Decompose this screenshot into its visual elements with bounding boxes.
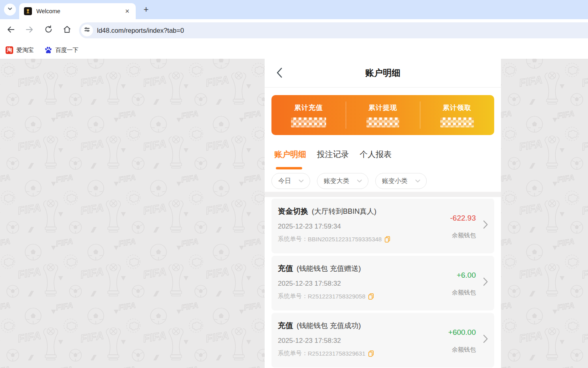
summary-total-claimed: 累计领取 — [420, 95, 494, 135]
back-button[interactable] — [6, 25, 16, 36]
forward-button[interactable] — [24, 25, 35, 36]
record-card[interactable]: 充值 (钱能钱包 充值赠送) 2025-12-23 17:58:32 系统单号：… — [271, 256, 494, 310]
masked-value — [440, 117, 474, 127]
copy-button[interactable] — [368, 350, 374, 357]
home-button[interactable] — [62, 25, 72, 36]
bookmark-label: 爱淘宝 — [16, 46, 34, 54]
record-datetime: 2025-12-23 17:59:34 — [278, 223, 494, 231]
chevron-right-icon — [483, 334, 488, 345]
filter-label: 账变大类 — [324, 177, 349, 185]
trophy-crest-icon — [24, 7, 32, 15]
chevron-down-icon — [357, 179, 362, 183]
record-datetime: 2025-12-23 17:58:32 — [278, 337, 494, 345]
browser-toolbar: ld48.com/reports/index?tab=0 — [0, 19, 588, 41]
chevron-down-icon — [415, 179, 420, 183]
back-button-page[interactable] — [276, 67, 284, 78]
tab-search-button[interactable] — [4, 4, 16, 16]
filter-label: 账变小类 — [382, 177, 408, 185]
chevron-down-icon — [7, 6, 13, 13]
tab-personal-report[interactable]: 个人报表 — [360, 149, 392, 160]
chevron-down-icon — [299, 179, 304, 183]
record-amount: -622.93 — [450, 214, 476, 223]
arrow-right-icon — [25, 25, 34, 36]
url-text: ld48.com/reports/index?tab=0 — [97, 27, 184, 34]
bookmark-taobao[interactable]: 淘 爱淘宝 — [6, 46, 34, 54]
taobao-icon: 淘 — [6, 46, 13, 54]
tab-close-button[interactable]: × — [123, 7, 131, 16]
browser-window: Welcome × + — [0, 0, 588, 368]
record-type: 充值 — [278, 263, 293, 274]
chevron-right-icon — [483, 277, 488, 288]
order-label: 系统单号： — [278, 350, 308, 357]
arrow-left-icon — [6, 25, 16, 36]
browser-tabstrip: Welcome × + — [0, 0, 588, 19]
section-tabs: 账户明细 投注记录 个人报表 — [265, 135, 501, 160]
filter-date-dropdown[interactable]: 今日 — [271, 173, 310, 189]
account-details-panel: 账户明细 累计充值 累计提现 累计领取 账户明细 投注记录 — [265, 59, 501, 368]
record-list: 资金切换 (大厅转到BBIN真人) 2025-12-23 17:59:34 系统… — [265, 197, 501, 368]
record-type: 资金切换 — [278, 206, 308, 217]
browser-tab[interactable]: Welcome × — [19, 3, 136, 19]
copy-button[interactable] — [368, 293, 374, 300]
record-subtitle: (大厅转到BBIN真人) — [312, 207, 376, 216]
record-amount: +6.00 — [457, 271, 476, 280]
summary-card: 累计充值 累计提现 累计领取 — [271, 95, 494, 135]
record-amount: +600.00 — [448, 328, 476, 337]
section-divider — [265, 192, 501, 197]
record-type: 充值 — [278, 320, 293, 331]
record-subtitle: (钱能钱包 充值赠送) — [297, 264, 361, 273]
record-wallet: 余额钱包 — [452, 289, 476, 296]
tab-account-details[interactable]: 账户明细 — [274, 149, 306, 160]
panel-header: 账户明细 — [265, 59, 501, 88]
summary-label: 累计充值 — [294, 103, 323, 112]
record-card[interactable]: 资金切换 (大厅转到BBIN真人) 2025-12-23 17:59:34 系统… — [271, 199, 494, 253]
summary-label: 累计提现 — [368, 103, 397, 112]
bookmark-label: 百度一下 — [55, 46, 79, 54]
order-number: R2512231758329058 — [308, 293, 365, 300]
record-subtitle: (钱能钱包 充值成功) — [297, 321, 361, 330]
tune-icon — [84, 26, 90, 34]
record-card[interactable]: 充值 (钱能钱包 充值成功) 2025-12-23 17:58:32 系统单号：… — [271, 313, 494, 368]
home-icon — [62, 25, 72, 36]
site-settings-button[interactable] — [81, 24, 93, 36]
masked-value — [291, 117, 326, 127]
record-datetime: 2025-12-23 17:58:32 — [278, 280, 494, 288]
record-wallet: 余额钱包 — [452, 232, 476, 239]
copy-button[interactable] — [384, 236, 390, 243]
filter-category-dropdown[interactable]: 账变大类 — [317, 173, 368, 189]
baidu-paw-icon — [44, 46, 52, 54]
summary-total-withdraw: 累计提现 — [346, 95, 420, 135]
page-content: FIFA FIFA FIFA 账户明细 累计充值 — [0, 59, 588, 368]
tab-bet-records[interactable]: 投注记录 — [317, 149, 349, 160]
bookmark-baidu[interactable]: 百度一下 — [44, 46, 79, 54]
masked-value — [366, 117, 399, 127]
page-title: 账户明细 — [265, 59, 501, 87]
summary-total-deposit: 累计充值 — [271, 95, 346, 135]
new-tab-button[interactable]: + — [141, 4, 152, 15]
bookmarks-bar: 淘 爱淘宝 百度一下 — [0, 41, 588, 59]
order-label: 系统单号： — [278, 292, 308, 300]
address-bar[interactable]: ld48.com/reports/index?tab=0 — [79, 22, 588, 38]
filter-row: 今日 账变大类 账变小类 — [265, 169, 501, 189]
summary-label: 累计领取 — [443, 103, 471, 112]
chevron-right-icon — [483, 220, 488, 231]
filter-subcategory-dropdown[interactable]: 账变小类 — [375, 173, 427, 189]
filter-label: 今日 — [278, 177, 291, 185]
chevron-left-icon — [276, 73, 283, 80]
record-wallet: 余额钱包 — [452, 346, 476, 354]
order-label: 系统单号： — [278, 235, 308, 243]
tab-title: Welcome — [36, 8, 60, 14]
reload-button[interactable] — [43, 25, 53, 36]
order-number: BBIN202512231759335348 — [308, 236, 382, 243]
reload-icon — [44, 25, 53, 36]
order-number: R2512231758329631 — [308, 350, 365, 357]
